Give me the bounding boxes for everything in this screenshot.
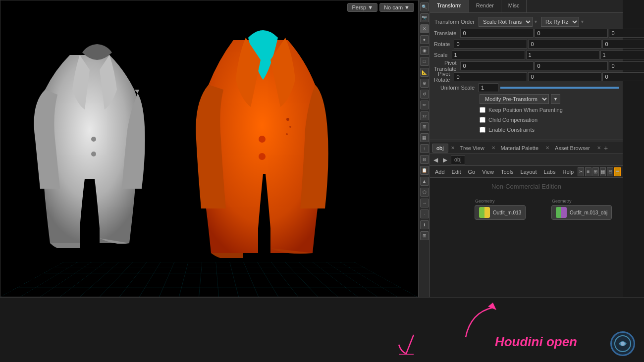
- tab-transform[interactable]: Transform: [430, 0, 469, 12]
- node-editor-tabs: obj ✕ Tree View ✕ Material Palette ✕ Ass…: [430, 142, 623, 154]
- scale-x[interactable]: [452, 51, 525, 59]
- translate-x[interactable]: [460, 29, 534, 38]
- side-btn-pen[interactable]: ✏: [420, 101, 429, 109]
- node-outfit-m013[interactable]: Geometry Outfit_m.013: [475, 205, 526, 220]
- node1-icon: [479, 207, 490, 218]
- grid-floor: [0, 262, 418, 297]
- node-tab-material[interactable]: Material Palette: [496, 144, 543, 153]
- rotate-x[interactable]: [454, 40, 527, 49]
- side-btn-reset[interactable]: ↺: [420, 90, 429, 99]
- side-btn-circle[interactable]: ●: [420, 35, 429, 44]
- uniform-scale-slider[interactable]: [500, 87, 619, 89]
- enable-constraints-checkbox[interactable]: [480, 127, 485, 133]
- nav-back[interactable]: ◀: [432, 156, 439, 163]
- side-toolbar: 🔍 📷 ✕ ● ◉ □ 📐 ⊕ ↺ ✏ 12 ⊞ ▦ ↑ ⊟ 📋 ▲ ⬡ → ·…: [419, 0, 429, 297]
- side-btn-grid1[interactable]: ⊞: [420, 122, 429, 131]
- transform-content: Transform Order Scale Rot Trans ▼ Rx Ry …: [430, 13, 623, 138]
- node-tab-add[interactable]: +: [602, 144, 610, 152]
- scale-row: Scale: [430, 50, 623, 60]
- pivot-translate-x[interactable]: [460, 61, 534, 70]
- side-btn-eye[interactable]: ◉: [420, 46, 429, 55]
- node1-type-label: Geometry: [475, 199, 495, 204]
- svg-point-0: [91, 137, 96, 142]
- orange-coat: [189, 30, 337, 258]
- rotate-y[interactable]: [528, 40, 601, 49]
- node-menu: Add Edit Go View Tools Layout Labs Help …: [430, 166, 623, 178]
- menu-tools[interactable]: Tools: [498, 168, 517, 176]
- side-btn-arrow[interactable]: →: [420, 199, 429, 207]
- menu-view[interactable]: View: [479, 168, 497, 176]
- node-tab-asset-close[interactable]: ✕: [597, 145, 601, 151]
- nav-forward[interactable]: ▶: [441, 156, 449, 163]
- child-compensation-checkbox[interactable]: [480, 117, 485, 123]
- persp-button[interactable]: Persp ▼: [347, 3, 377, 12]
- side-btn-12[interactable]: 12: [420, 111, 429, 120]
- pivot-rotate-z[interactable]: [602, 72, 644, 81]
- menu-edit[interactable]: Edit: [449, 168, 464, 176]
- side-btn-grid4[interactable]: ⊞: [420, 231, 429, 240]
- scale-z[interactable]: [600, 51, 644, 59]
- pivot-translate-z[interactable]: [609, 61, 644, 70]
- tab-misc[interactable]: Misc: [501, 0, 527, 12]
- rotation-order-select[interactable]: Rx Ry Rz: [541, 17, 579, 27]
- menu-go[interactable]: Go: [465, 168, 479, 176]
- side-btn-hex[interactable]: ⬡: [420, 188, 429, 197]
- svg-point-6: [286, 133, 288, 135]
- menu-icon-grid[interactable]: ⊞: [592, 167, 599, 176]
- menu-icon-grid3[interactable]: ⊟: [607, 167, 613, 176]
- side-btn-plus[interactable]: ⊕: [420, 79, 429, 88]
- node-tab-assetbrowser[interactable]: Asset Browser: [550, 144, 594, 153]
- menu-add[interactable]: Add: [432, 168, 448, 176]
- transform-tabs: Transform Render Misc: [430, 0, 623, 13]
- menu-icon-list[interactable]: ≡: [585, 167, 591, 176]
- node-tab-obj[interactable]: obj: [432, 144, 448, 153]
- side-btn-ruler[interactable]: 📐: [420, 68, 429, 77]
- node-tab-obj-close[interactable]: ✕: [451, 145, 455, 151]
- modify-pre-transform-arrow[interactable]: ▼: [551, 94, 560, 104]
- side-btn-clipboard[interactable]: 📋: [420, 166, 429, 175]
- side-btn-close[interactable]: ✕: [420, 24, 429, 33]
- side-btn-camera[interactable]: 📷: [420, 13, 429, 22]
- transform-order-select[interactable]: Scale Rot Trans: [479, 17, 533, 27]
- side-btn-grid3[interactable]: ⊟: [420, 155, 429, 164]
- menu-labs[interactable]: Labs: [541, 168, 559, 176]
- cam-button[interactable]: No cam ▼: [379, 3, 414, 12]
- modify-pre-transform-select[interactable]: Modify Pre-Transform: [480, 94, 549, 104]
- child-compensation-label: Child Compensation: [488, 117, 537, 123]
- pivot-rotate-label: Pivot Rotate: [434, 71, 454, 83]
- uniform-scale-input[interactable]: [479, 83, 498, 92]
- side-btn-dot[interactable]: ·: [420, 209, 429, 218]
- node-tab-treeview-close[interactable]: ✕: [491, 145, 495, 151]
- translate-y[interactable]: [535, 29, 608, 38]
- side-btn-triangle[interactable]: ▲: [420, 177, 429, 186]
- svg-point-10: [621, 342, 625, 346]
- side-btn-search[interactable]: 🔍: [420, 2, 429, 11]
- menu-icon-scissors[interactable]: ✂: [578, 167, 584, 176]
- logo-circle: [610, 331, 635, 356]
- side-btn-grid2[interactable]: ▦: [420, 133, 429, 142]
- viewport-canvas: Persp ▼ No cam ▼: [0, 0, 418, 297]
- non-commercial-label: Non-Commercial Edition: [491, 183, 561, 190]
- node-outfit-m013-obj[interactable]: Geometry Outfit_m.013_obj: [551, 205, 612, 220]
- node2-icon: [556, 207, 567, 218]
- side-btn-info[interactable]: ℹ: [420, 220, 429, 229]
- menu-icon-special[interactable]: ☰: [614, 167, 621, 176]
- pivot-translate-y[interactable]: [535, 61, 608, 70]
- menu-help[interactable]: Help: [559, 168, 577, 176]
- scale-y[interactable]: [526, 51, 599, 59]
- translate-z[interactable]: [609, 29, 644, 38]
- uniform-scale-label: Uniform Scale: [434, 85, 479, 91]
- node-tab-material-close[interactable]: ✕: [545, 145, 549, 151]
- side-btn-up[interactable]: ↑: [420, 144, 429, 153]
- menu-icon-grid2[interactable]: ▦: [600, 167, 606, 176]
- keep-position-checkbox[interactable]: [480, 107, 485, 113]
- pivot-rotate-y[interactable]: [528, 72, 601, 81]
- svg-point-5: [289, 126, 291, 128]
- rotate-z[interactable]: [602, 40, 644, 49]
- tab-render[interactable]: Render: [469, 0, 501, 12]
- pivot-translate-row: Pivot Translate: [430, 60, 623, 71]
- node-tab-treeview[interactable]: Tree View: [456, 144, 489, 153]
- side-btn-box[interactable]: □: [420, 57, 429, 66]
- pivot-rotate-x[interactable]: [454, 72, 527, 81]
- menu-layout[interactable]: Layout: [518, 168, 540, 176]
